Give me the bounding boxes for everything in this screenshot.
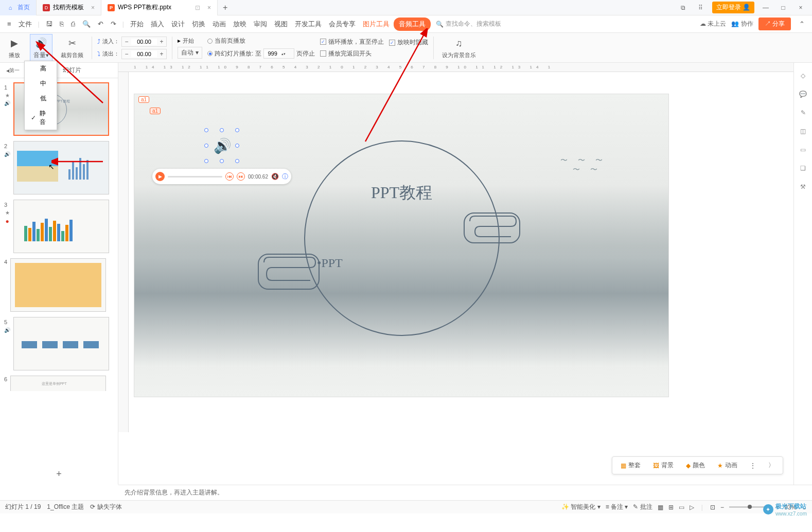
collab-button[interactable]: 👥 协作 xyxy=(731,20,753,28)
status-theme[interactable]: 1_Office 主题 xyxy=(47,503,84,511)
export-icon[interactable]: ⎘ xyxy=(57,18,67,30)
slide-thumb-2[interactable] xyxy=(13,141,109,194)
float-full[interactable]: ▦整套 xyxy=(616,459,645,472)
menu-devtools[interactable]: 开发工具 xyxy=(292,17,325,31)
start-select[interactable]: 自动▾ xyxy=(178,47,202,59)
panel-chat-icon[interactable]: 💬 xyxy=(798,88,809,100)
file-menu[interactable]: 文件 xyxy=(15,17,35,31)
login-button[interactable]: 立即登录 👤 xyxy=(712,2,754,13)
player-volume-icon[interactable]: 🔇 xyxy=(271,173,279,180)
panel-style-icon[interactable]: ✎ xyxy=(798,107,809,118)
slide-thumb-5[interactable] xyxy=(13,317,109,370)
rewind-button[interactable]: ⏮ xyxy=(225,172,234,181)
menu-review[interactable]: 审阅 xyxy=(251,17,270,31)
audio-object[interactable]: 🔊 xyxy=(206,130,237,161)
float-next[interactable]: 〉 xyxy=(764,459,779,472)
add-tab-button[interactable]: + xyxy=(218,3,233,12)
float-anim[interactable]: ★动画 xyxy=(713,459,742,472)
decrement-button[interactable]: − xyxy=(122,50,131,58)
menu-view[interactable]: 视图 xyxy=(271,17,291,31)
menu-insert[interactable]: 插入 xyxy=(148,17,167,31)
print-icon[interactable]: ⎙ xyxy=(68,18,78,30)
section-toggle[interactable]: ◂ 第一 xyxy=(0,63,26,78)
cross-value[interactable] xyxy=(264,50,281,57)
close-button[interactable]: × xyxy=(795,2,807,14)
redo-icon[interactable]: ↷ xyxy=(108,18,119,30)
undo-icon[interactable]: ↶ xyxy=(95,18,107,30)
slide-thumb-4[interactable] xyxy=(10,258,106,312)
fadeout-value[interactable] xyxy=(131,51,157,57)
slide-thumb-3[interactable] xyxy=(13,200,109,253)
volume-high[interactable]: 高 xyxy=(25,61,57,76)
menu-member[interactable]: 会员专享 xyxy=(326,17,359,31)
status-comment-button[interactable]: ✎ 批注 xyxy=(633,503,652,511)
increment-button[interactable]: + xyxy=(157,38,166,45)
float-color[interactable]: ◆颜色 xyxy=(682,459,709,472)
forward-button[interactable]: ⏭ xyxy=(237,172,245,181)
status-missing-font[interactable]: ⟳ 缺失字体 xyxy=(90,503,121,511)
hide-checkbox[interactable]: ✓放映时隐藏 xyxy=(389,38,428,47)
fadein-spinner[interactable]: − + xyxy=(121,37,167,47)
status-beautify[interactable]: ✨ 智能美化 ▾ xyxy=(561,503,601,511)
collapse-ribbon-icon[interactable]: ⌃ xyxy=(796,18,808,30)
return-checkbox[interactable]: 播放完返回开头 xyxy=(320,49,384,58)
view-reading-icon[interactable]: ▭ xyxy=(679,504,684,511)
close-icon[interactable]: × xyxy=(91,4,95,11)
apps-icon[interactable]: ⠿ xyxy=(695,2,707,14)
view-normal-icon[interactable]: ▦ xyxy=(658,504,663,511)
hamburger-icon[interactable]: ≡ xyxy=(4,18,14,30)
view-sorter-icon[interactable]: ⊞ xyxy=(668,504,674,511)
minimize-button[interactable]: — xyxy=(760,2,772,14)
thumbnail-list[interactable]: 1 ★ 🔊 PPT教程 ·PPT 2🔊 3★● xyxy=(0,78,118,464)
comment-marker[interactable]: a1 xyxy=(150,108,161,114)
ribbon-bgm[interactable]: ♫ 设为背景音乐 xyxy=(439,35,479,60)
float-bg[interactable]: 🖼背景 xyxy=(649,459,678,472)
layout-icon[interactable]: ⧉ xyxy=(677,2,690,14)
player-track[interactable] xyxy=(168,176,222,178)
close-icon[interactable]: × xyxy=(207,4,211,11)
panel-shape-icon[interactable]: ◫ xyxy=(798,126,809,137)
share-button[interactable]: ↗ 分享 xyxy=(758,17,791,30)
volume-mid[interactable]: 中 xyxy=(25,76,57,91)
cloud-status[interactable]: ☁ 未上云 xyxy=(700,20,726,28)
tab-home[interactable]: ⌂ 首页 xyxy=(0,0,37,15)
play-button[interactable]: ▶ xyxy=(155,172,165,181)
add-slide-button[interactable]: + xyxy=(0,464,118,485)
panel-screen-icon[interactable]: ▭ xyxy=(798,144,809,155)
panel-tools-icon[interactable]: ⚒ xyxy=(798,181,809,192)
menu-animation[interactable]: 动画 xyxy=(209,17,229,31)
menu-start[interactable]: 开始 xyxy=(127,17,147,31)
menu-transition[interactable]: 切换 xyxy=(189,17,208,31)
player-info-icon[interactable]: ⓘ xyxy=(282,172,288,181)
ribbon-volume[interactable]: 🔊 音量▾ xyxy=(30,34,52,61)
decrement-button[interactable]: − xyxy=(122,38,131,45)
menu-audio-tools[interactable]: 音频工具 xyxy=(394,17,431,31)
increment-button[interactable]: + xyxy=(157,50,166,58)
panel-layers-icon[interactable]: ❏ xyxy=(798,163,809,174)
volume-low[interactable]: 低 xyxy=(25,91,57,106)
menu-design[interactable]: 设计 xyxy=(168,17,188,31)
tab-templates[interactable]: D 找稻壳模板 × xyxy=(37,0,101,15)
ribbon-play[interactable]: ▶ 播放 xyxy=(4,35,25,60)
tab-menu-icon[interactable]: ⊡ xyxy=(195,4,200,11)
tab-document[interactable]: P WPS PPT教程.pptx ⊡ × xyxy=(101,0,218,15)
fadein-value[interactable] xyxy=(131,39,157,45)
preview-icon[interactable]: 🔍 xyxy=(79,18,94,30)
volume-mute[interactable]: ✓静音 xyxy=(25,106,57,130)
float-more[interactable]: ⋮ xyxy=(746,459,760,472)
slide-title[interactable]: PPT教程 xyxy=(371,182,432,204)
slide-canvas[interactable]: PPT教程 •PPT 〜 〜 〜 〜 〜 a1 a1 🔊 ▶ ⏮ ⏭ 00:00… xyxy=(134,94,669,397)
view-slideshow-icon[interactable]: ▷ xyxy=(690,504,694,511)
cross-slide-radio[interactable]: 跨幻灯片播放: 至 ▴▾ 页停止 xyxy=(207,48,315,59)
slide-thumb-6[interactable]: 这里是单例PPT xyxy=(10,376,106,391)
zoom-fit-icon[interactable]: ⊡ xyxy=(710,504,715,511)
loop-checkbox[interactable]: ✓循环播放，直至停止 xyxy=(320,38,384,46)
search-box[interactable]: 🔍 查找命令、搜索模板 xyxy=(436,20,501,28)
zoom-out-button[interactable]: − xyxy=(720,504,724,511)
comment-marker[interactable]: a1 xyxy=(138,96,149,103)
menu-slideshow[interactable]: 放映 xyxy=(230,17,250,31)
fadeout-spinner[interactable]: − + xyxy=(121,49,167,59)
maximize-button[interactable]: □ xyxy=(777,2,789,14)
ribbon-trim-audio[interactable]: ✂ 裁剪音频 xyxy=(58,35,86,60)
menu-picture-tools[interactable]: 图片工具 xyxy=(360,17,393,31)
